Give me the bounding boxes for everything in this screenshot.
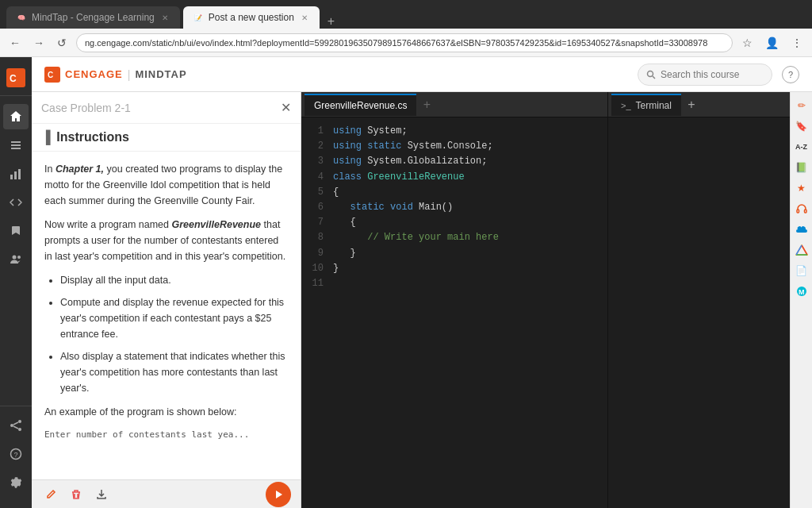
list-item-3: Also display a statement that indicates …	[60, 348, 288, 396]
tool-star[interactable]: ★	[793, 179, 810, 197]
play-icon	[273, 489, 284, 500]
terminal-tab[interactable]: >_ Terminal	[611, 94, 681, 116]
tool-drive[interactable]	[793, 241, 810, 259]
sidebar-item-help[interactable]: ?	[3, 441, 29, 467]
editor-tab-filename: GreenvilleRevenue.cs	[314, 100, 407, 111]
play-button[interactable]	[266, 482, 291, 507]
delete-icon	[71, 489, 82, 500]
menu-button[interactable]: ⋮	[788, 33, 806, 52]
instructions-panel: Case Problem 2-1 ✕ ▐ Instructions In Cha…	[32, 92, 301, 508]
add-terminal-tab-button[interactable]: +	[683, 96, 700, 114]
tool-headset[interactable]	[793, 200, 810, 217]
terminal-symbol: >_	[621, 101, 631, 110]
tool-cloud[interactable]	[793, 221, 810, 238]
svg-rect-21	[797, 210, 799, 213]
header-right: ?	[638, 64, 799, 86]
tab-label-mindtap: MindTap - Cengage Learning	[32, 12, 155, 23]
svg-rect-3	[11, 144, 21, 146]
tab-favicon-post: 📝	[193, 12, 204, 23]
tool-pencil[interactable]: ✏	[793, 97, 810, 114]
app: C ?	[0, 57, 812, 508]
tab-post-question[interactable]: 📝 Post a new question ✕	[183, 6, 320, 29]
reload-button[interactable]: ↺	[54, 33, 70, 52]
panel-toggle-icon[interactable]: ▐	[41, 130, 50, 144]
sidebar-item-code[interactable]	[3, 190, 29, 215]
close-instructions-button[interactable]: ✕	[281, 100, 291, 115]
add-editor-tab-button[interactable]: +	[418, 96, 435, 114]
url-bar[interactable]: ng.cengage.com/static/nb/ui/evo/index.ht…	[76, 33, 733, 52]
cengage-logo-icon-header: C	[44, 67, 60, 83]
tab-favicon-mindtap: 🧠	[16, 12, 27, 23]
new-tab-button[interactable]: +	[323, 14, 339, 29]
svg-text:M: M	[799, 288, 805, 296]
code-line-5: {	[333, 185, 601, 200]
editor-tab-bar: GreenvilleRevenue.cs +	[301, 92, 607, 117]
tool-circle[interactable]: M	[793, 283, 810, 300]
instructions-sample: Enter number of contestants last yea...	[44, 428, 288, 442]
svg-point-8	[13, 256, 17, 260]
svg-marker-20	[276, 491, 282, 498]
edit-icon	[45, 489, 56, 500]
app-header: C CENGAGE | MINDTAP ?	[32, 57, 812, 92]
edit-button[interactable]	[41, 485, 60, 504]
tool-az[interactable]: A-Z	[793, 138, 810, 156]
sidebar-item-settings[interactable]	[3, 470, 29, 495]
sidebar-item-bookmark[interactable]	[3, 218, 29, 244]
sidebar-item-share[interactable]	[3, 413, 29, 438]
instructions-list: Display all the input data. Compute and …	[60, 272, 288, 396]
cengage-logo: C CENGAGE | MINDTAP	[44, 67, 187, 83]
sidebar-item-list[interactable]	[3, 133, 29, 158]
search-input[interactable]	[661, 69, 764, 80]
code-line-2: using static System.Console;	[333, 139, 601, 154]
delete-button[interactable]	[67, 485, 86, 504]
terminal-label: Terminal	[636, 100, 672, 111]
tab-label-post: Post a new question	[209, 12, 294, 23]
svg-point-11	[10, 424, 13, 427]
tab-bar: 🧠 MindTap - Cengage Learning ✕ 📝 Post a …	[0, 0, 812, 29]
svg-line-14	[13, 426, 18, 429]
bottom-toolbar	[32, 479, 301, 508]
svg-rect-7	[18, 169, 21, 179]
left-sidebar: C ?	[0, 57, 32, 508]
search-icon	[646, 70, 656, 79]
code-line-6: static void Main()	[333, 200, 601, 215]
tool-book[interactable]: 📗	[793, 159, 810, 176]
svg-point-18	[648, 71, 653, 76]
main-content: C CENGAGE | MINDTAP ? Ca	[32, 57, 812, 508]
tab-mindtap[interactable]: 🧠 MindTap - Cengage Learning ✕	[6, 6, 180, 29]
search-box[interactable]	[638, 64, 772, 86]
svg-rect-2	[11, 141, 21, 143]
sidebar-item-home[interactable]	[3, 104, 29, 129]
code-line-7: {	[333, 215, 601, 230]
bookmark-button[interactable]: ☆	[739, 33, 756, 52]
sidebar-bottom: ?	[0, 406, 32, 502]
forward-button[interactable]: →	[30, 33, 48, 52]
list-item-2: Compute and display the revenue expected…	[60, 294, 288, 342]
svg-marker-24	[796, 245, 807, 255]
svg-point-10	[18, 420, 21, 423]
line-numbers: 12345 678910 11	[301, 117, 327, 508]
tab-close-post[interactable]: ✕	[299, 12, 310, 23]
code-content[interactable]: using System; using static System.Consol…	[327, 117, 607, 508]
sidebar-item-people[interactable]	[3, 247, 29, 272]
code-line-10: }	[333, 261, 601, 276]
tab-close-mindtap[interactable]: ✕	[159, 12, 170, 23]
help-button[interactable]: ?	[782, 66, 799, 83]
brand-name: CENGAGE	[65, 68, 123, 80]
svg-rect-6	[14, 171, 17, 179]
breadcrumb-text: Case Problem 2-1	[41, 102, 131, 114]
profile-button[interactable]: 👤	[762, 33, 782, 52]
editor-tab-file[interactable]: GreenvilleRevenue.cs	[304, 94, 416, 116]
tool-bookmark[interactable]: 🔖	[793, 117, 810, 135]
svg-line-13	[13, 422, 18, 425]
sidebar-item-chart[interactable]	[3, 161, 29, 187]
nav-bar: ← → ↺ ng.cengage.com/static/nb/ui/evo/in…	[0, 29, 812, 57]
code-line-3: using System.Globalization;	[333, 154, 601, 169]
editor-area: 12345 678910 11 using System; using stat…	[301, 117, 607, 508]
terminal-body[interactable]	[608, 117, 790, 508]
svg-rect-4	[11, 148, 21, 149]
download-button[interactable]	[92, 485, 111, 504]
instructions-title: Instructions	[56, 130, 129, 144]
tool-doc[interactable]: 📄	[793, 262, 810, 279]
back-button[interactable]: ←	[6, 33, 24, 52]
